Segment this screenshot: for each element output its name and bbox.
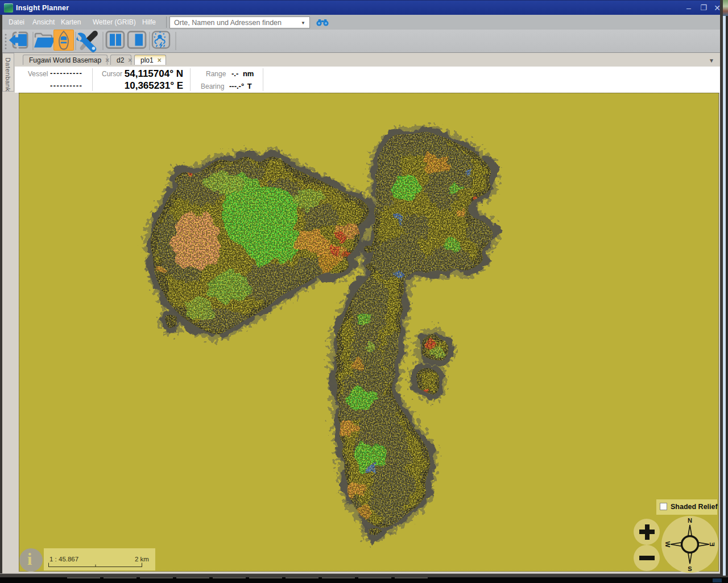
- svg-text:N: N: [688, 517, 692, 524]
- svg-text:S: S: [688, 565, 692, 572]
- svg-text:E: E: [709, 542, 715, 546]
- svg-text:W: W: [664, 541, 671, 548]
